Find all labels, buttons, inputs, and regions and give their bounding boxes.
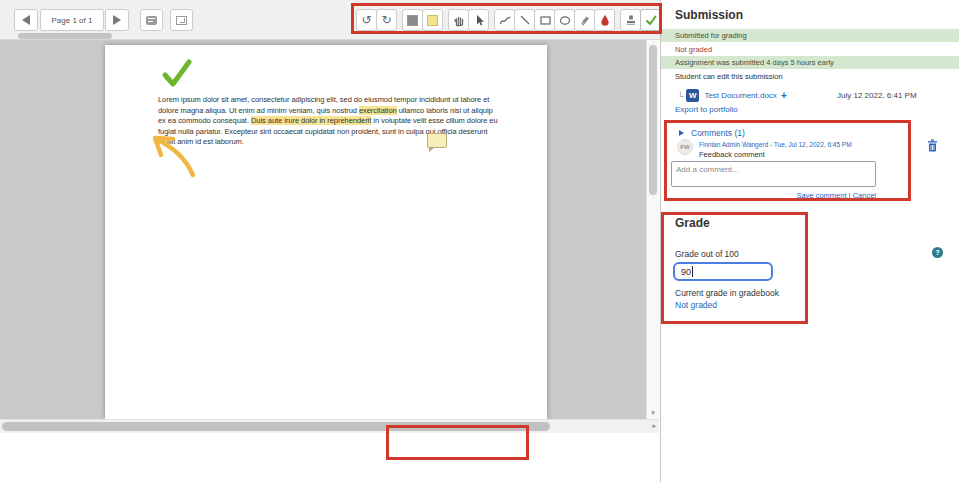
search-comments-icon [146, 16, 157, 25]
comment-body: Feedback comment [699, 150, 765, 159]
gradebook-value-link[interactable]: Not graded [675, 300, 717, 310]
pdf-toolbar: Page 1 of 1 ↺ ↻ [0, 0, 660, 40]
page-indicator[interactable]: Page 1 of 1 [40, 9, 104, 31]
comments-header-label: Comments (1) [691, 128, 745, 138]
cancel-comment-link[interactable]: Cancel [853, 191, 876, 200]
rotate-cw-button[interactable]: ↻ [376, 9, 397, 31]
status-submitted-early: Assignment was submitted 4 days 5 hours … [661, 56, 959, 69]
submission-title: Submission [675, 8, 743, 22]
file-date: July 12 2022, 6:41 PM [837, 91, 917, 100]
check-stamp-annotation[interactable] [159, 56, 195, 90]
red-drop-icon [598, 13, 612, 27]
export-to-portfolio-link[interactable]: Export to portfolio [675, 105, 738, 114]
oval-icon [558, 13, 572, 27]
highlight-annotation[interactable]: exercitation [359, 106, 397, 115]
pen-icon [498, 13, 512, 27]
submission-file-row: └ W Test Document.docx + [677, 89, 787, 102]
save-comment-link[interactable]: Save comment [796, 191, 846, 200]
expand-comments-button[interactable] [170, 9, 193, 31]
next-page-button[interactable] [105, 9, 129, 31]
gradebook-label: Current grade in gradebook [675, 288, 779, 298]
rotate-cw-icon: ↻ [381, 13, 391, 27]
next-page-icon [113, 15, 121, 25]
drag-tool-button[interactable] [448, 9, 469, 31]
page-indicator-label: Page 1 of 1 [52, 16, 93, 25]
prev-page-button[interactable] [14, 9, 38, 31]
grade-help-icon[interactable]: ? [932, 247, 943, 258]
rectangle-tool-button[interactable] [534, 9, 555, 31]
expand-triangle-icon [679, 130, 684, 136]
scroll-down-icon[interactable]: ▾ [647, 409, 659, 417]
line-tool-button[interactable] [514, 9, 535, 31]
green-check-icon [644, 13, 658, 27]
comment-actions: Save comment | Cancel [671, 191, 876, 200]
expand-comments-icon [176, 16, 187, 25]
cursor-icon [472, 13, 486, 27]
delete-comment-button[interactable] [927, 139, 938, 152]
comment-bubble-annotation[interactable] [427, 133, 447, 148]
comment-color-button[interactable] [402, 9, 423, 31]
actions-separator: | [849, 191, 851, 200]
avatar: FW [677, 139, 693, 155]
toolbar-scroll-thumb[interactable] [18, 33, 112, 39]
grade-title: Grade [675, 216, 710, 230]
pen-tool-button[interactable] [494, 9, 515, 31]
rectangle-icon [538, 13, 552, 27]
grade-out-of-label: Grade out of 100 [675, 249, 739, 259]
line-icon [518, 13, 532, 27]
grade-value: 90 [681, 267, 691, 277]
rotate-ccw-button[interactable]: ↺ [356, 9, 377, 31]
highlight-tool-button[interactable] [574, 9, 595, 31]
stamp-check-button[interactable] [640, 9, 661, 31]
search-comments-button[interactable] [140, 9, 163, 31]
status-submitted: Submitted for grading [661, 29, 959, 42]
add-comment-input[interactable] [671, 161, 876, 187]
comments-header[interactable]: Comments (1) [679, 128, 745, 138]
rotate-ccw-icon: ↺ [361, 13, 371, 27]
stamp-tool-button[interactable] [620, 9, 641, 31]
document-page[interactable]: Lorem ipsum dolor sit amet, consectetur … [105, 45, 547, 419]
highlight-annotation[interactable]: Duis aute irure dolor in reprehenderit [251, 116, 371, 125]
horizontal-scrollbar-thumb[interactable] [2, 422, 550, 431]
vertical-scrollbar[interactable]: ▾ [646, 40, 659, 419]
highlighter-icon [578, 13, 592, 27]
hand-icon [452, 13, 466, 27]
arrow-annotation[interactable] [147, 133, 201, 179]
scroll-right-icon[interactable]: ▸ [652, 422, 656, 430]
review-panel: Submission Submitted for grading Not gra… [660, 0, 959, 482]
grading-app: Page 1 of 1 ↺ ↻ [0, 0, 959, 482]
stamp-icon [624, 13, 638, 27]
comment-color-swatch-icon [407, 15, 418, 26]
status-not-graded: Not graded [661, 43, 959, 56]
text-caret [692, 266, 693, 277]
prev-page-icon [22, 15, 30, 25]
document-line: dolore magna aliqua. Ut enim ad minim ve… [158, 106, 498, 117]
annotation-color-swatch-icon [427, 15, 438, 26]
oval-tool-button[interactable] [554, 9, 575, 31]
file-plus-icon[interactable]: + [781, 90, 787, 101]
vertical-scrollbar-thumb[interactable] [649, 45, 657, 195]
status-can-edit: Student can edit this submission [661, 70, 959, 83]
comment-author-meta[interactable]: Finnian Admin Wangerd - Tue, Jul 12, 202… [699, 141, 852, 148]
horizontal-scrollbar[interactable]: ▸ [0, 419, 659, 433]
grade-input[interactable]: 90 [673, 262, 773, 281]
document-line: ex ea commodo consequat. Duis aute irure… [158, 116, 498, 127]
document-line: Lorem ipsum dolor sit amet, consectetur … [158, 95, 498, 106]
file-link[interactable]: Test Document.docx [704, 91, 776, 100]
word-file-icon: W [686, 89, 699, 102]
document-canvas[interactable]: Lorem ipsum dolor sit amet, consectetur … [0, 40, 646, 419]
tree-elbow-icon: └ [677, 91, 683, 101]
annotation-color-button[interactable] [422, 9, 443, 31]
select-tool-button[interactable] [468, 9, 489, 31]
annotation-colour-button[interactable] [594, 9, 615, 31]
